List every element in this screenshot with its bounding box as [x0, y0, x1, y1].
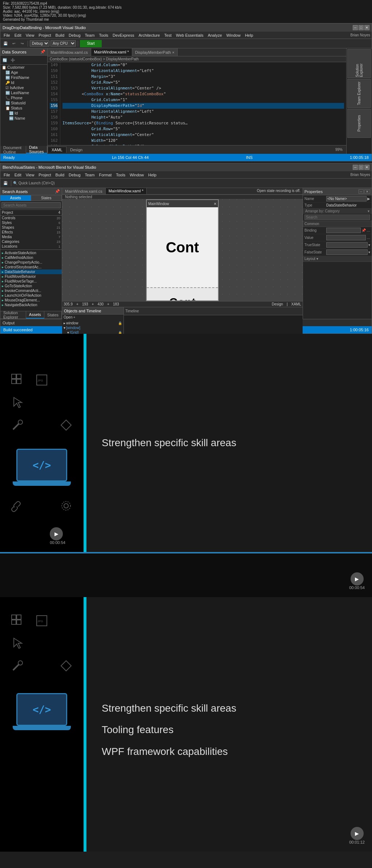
menu-test[interactable]: Test	[162, 33, 173, 38]
tab-states[interactable]: States	[31, 195, 62, 201]
menu-devexpress[interactable]: DevExpress	[111, 33, 136, 38]
tree-phone[interactable]: 📞 Phone	[0, 95, 47, 100]
tab-assets-bottom[interactable]: Assets	[26, 311, 44, 319]
binding-input[interactable]	[326, 228, 361, 233]
category-shapes[interactable]: Shapes 21	[0, 225, 62, 230]
falsestate-ellipsis-icon[interactable]: ▾	[368, 250, 370, 254]
menu-project[interactable]: Project	[37, 33, 53, 38]
view-tab-design[interactable]: Design	[66, 147, 86, 153]
blend-tab-xaml[interactable]: MainWindow.xaml *	[106, 188, 147, 194]
tree-customer[interactable]: 📋 Customer	[0, 65, 47, 70]
binding-ellipsis-icon[interactable]: …	[367, 228, 370, 232]
assets-pin[interactable]: 📌	[55, 189, 60, 194]
menu-window[interactable]: Window	[225, 33, 242, 38]
vs-window-controls[interactable]: ─ □ ✕	[353, 25, 369, 30]
ds-add-btn[interactable]: ➕	[9, 56, 16, 64]
new-storyboard-btn[interactable]: +	[73, 315, 75, 319]
asset-fluidmoveset[interactable]: ▸ FluidMoveSeTage...	[0, 279, 62, 284]
tab-doc-outline[interactable]: Document Outline	[0, 146, 26, 153]
menu-view[interactable]: View	[24, 33, 36, 38]
tab-assets[interactable]: Assets	[0, 195, 31, 201]
play-button-2[interactable]: ▶	[351, 827, 364, 840]
asset-navigateback[interactable]: ▸ NavigateBackAction	[0, 303, 62, 307]
name-input[interactable]	[326, 196, 367, 201]
menu-help[interactable]: Help	[243, 33, 255, 38]
props-search-input[interactable]	[304, 215, 370, 220]
obj-window[interactable]: ▸ window 🔒	[63, 321, 123, 325]
tree-lastname[interactable]: 🔤 LastName	[0, 90, 47, 95]
blend-window-controls[interactable]: ─ □ ✕	[353, 165, 369, 170]
blend-minimize-icon[interactable]: ─	[353, 165, 358, 170]
tree-statusid[interactable]: 🔢 StatusId	[0, 100, 47, 105]
category-locations[interactable]: Locations 1	[0, 244, 62, 249]
view-mode-xaml[interactable]: XAML	[291, 302, 301, 306]
menu-architecture[interactable]: Architecture	[137, 33, 162, 38]
tree-age[interactable]: 🔢 Age	[0, 70, 47, 75]
tab-states-bottom[interactable]: States	[44, 311, 62, 319]
category-categories[interactable]: Categories 23	[0, 239, 62, 244]
props-minimize-btn[interactable]: ─	[359, 189, 364, 194]
asset-activate-state[interactable]: ▸ ActivateStateAction	[0, 251, 62, 255]
play-button-1[interactable]: ▶	[50, 527, 63, 540]
menu-tools[interactable]: Tools	[97, 33, 110, 38]
tree-status[interactable]: 📋 Status	[0, 105, 47, 111]
blend-maximize-icon[interactable]: □	[359, 165, 364, 170]
toolbar-undo[interactable]: ↩	[10, 40, 17, 47]
view-mode-design[interactable]: Design	[272, 302, 283, 306]
value-input[interactable]	[326, 235, 366, 240]
menu-file[interactable]: File	[2, 33, 12, 38]
menu-edit[interactable]: Edit	[13, 33, 23, 38]
tab-solution-explorer[interactable]: Solution Explorer	[0, 311, 26, 319]
arrange-chevron-icon[interactable]: ▾	[368, 209, 369, 213]
team-explorer-tab[interactable]: Team Explorer	[347, 79, 371, 108]
menu-team[interactable]: Team	[83, 33, 97, 38]
blend-menu-view[interactable]: View	[24, 172, 36, 177]
value-ellipsis-icon[interactable]: …	[367, 236, 370, 240]
maximize-icon[interactable]: □	[359, 25, 364, 30]
tree-isactive[interactable]: ☑ IsActive	[0, 85, 47, 90]
menu-debug[interactable]: Debug	[67, 33, 82, 38]
blend-menu-help[interactable]: Help	[146, 172, 158, 177]
solution-explorer-tab[interactable]: Solution Explorer	[347, 49, 371, 78]
ds-refresh-btn[interactable]: 🔄	[1, 56, 8, 64]
tab-data-sources[interactable]: Data Sources	[26, 146, 47, 153]
category-controls[interactable]: Controls 20	[0, 216, 62, 220]
tree-firstname[interactable]: 🔤 FirstName	[0, 75, 47, 80]
tree-status-id[interactable]: 🔢 Id	[0, 111, 47, 116]
menu-analyze[interactable]: Analyze	[206, 33, 224, 38]
category-effects[interactable]: Effects 15	[0, 230, 62, 235]
blend-menu-edit[interactable]: Edit	[13, 172, 23, 177]
blend-menu-build[interactable]: Build	[54, 172, 66, 177]
properties-tab[interactable]: Properties	[347, 109, 371, 138]
props-close-btn[interactable]: ✕	[364, 189, 370, 194]
panel-pin-icon[interactable]: 📌	[40, 49, 45, 54]
tree-status-name[interactable]: 🔤 Name	[0, 116, 47, 121]
obj-window-instance[interactable]: ▾ [window]	[63, 325, 123, 330]
tree-id[interactable]: 🔑 Id	[0, 80, 47, 85]
blend-menu-tools[interactable]: Tools	[114, 172, 127, 177]
asset-controlstory[interactable]: ▸ ControlStoryboardAc...	[0, 265, 62, 269]
layout-expand-icon[interactable]: ▾	[316, 257, 318, 261]
blend-tb-save[interactable]: 💾	[2, 180, 9, 187]
editor-tab-xaml[interactable]: MainWindow.xaml *	[91, 48, 132, 56]
code-area[interactable]: Grid.Column="0" HorizontalAlignment="Lef…	[60, 62, 346, 145]
falsestate-input[interactable]	[326, 249, 368, 255]
name-arrow-icon[interactable]: ▶	[367, 197, 370, 201]
view-tab-xaml[interactable]: XAML	[48, 147, 66, 153]
asset-changeprop[interactable]: ▸ ChangePropertyActio...	[0, 260, 62, 265]
blend-close-icon[interactable]: ✕	[364, 165, 369, 170]
blend-menu-team[interactable]: Team	[83, 172, 97, 177]
asset-gotostate[interactable]: ▸ GoToStateAction	[0, 284, 62, 288]
assets-search-input[interactable]	[1, 202, 61, 208]
blend-menu-window[interactable]: Window	[128, 172, 146, 177]
blend-menu-project[interactable]: Project	[37, 172, 53, 177]
design-canvas[interactable]: MainWindow ✕ Cont Cont ✉ 📅 ☑	[62, 199, 303, 301]
debug-config-select[interactable]: Debug	[30, 40, 49, 47]
blend-menu-format[interactable]: Format	[97, 172, 113, 177]
toolbar-redo[interactable]: ↪	[19, 40, 26, 47]
truestate-ellipsis-icon[interactable]: ▾	[368, 243, 370, 247]
asset-fluidmove[interactable]: ▸ FluidMoveBehavior	[0, 274, 62, 279]
close-icon[interactable]: ✕	[364, 25, 369, 30]
start-button[interactable]: Start	[80, 40, 102, 47]
blend-menu-file[interactable]: File	[2, 172, 12, 177]
